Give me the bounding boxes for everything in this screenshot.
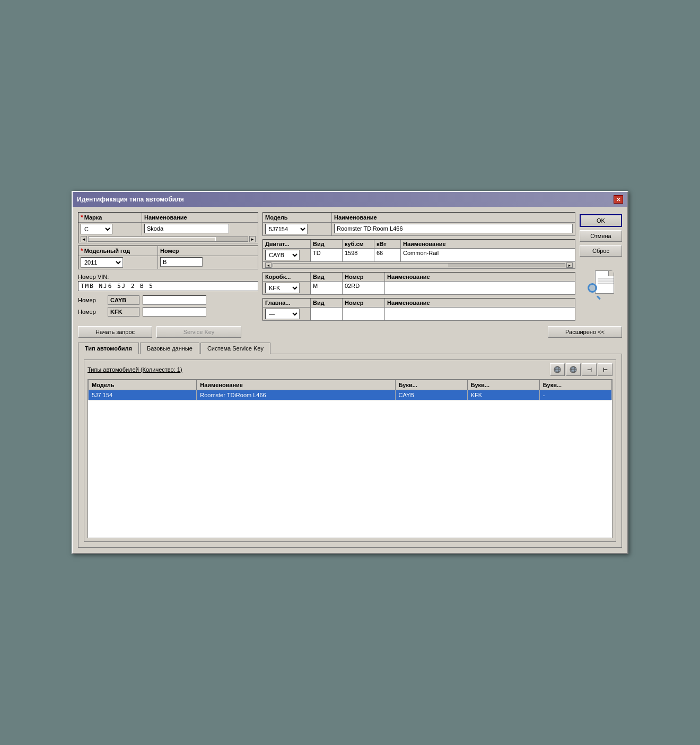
start-query-button[interactable]: Начать запрос: [78, 326, 152, 338]
nomer1-value-input[interactable]: [108, 295, 139, 305]
main-type: [311, 308, 343, 320]
list-icon-globe1[interactable]: [550, 363, 565, 376]
data-table: Модель Наименование Букв... Букв... Букв…: [88, 380, 612, 400]
bottom-section: Тип автомобиля Базовые данные Система Se…: [78, 342, 622, 548]
col-model-header: Модель: [89, 380, 197, 390]
main-grid: * Марка Наименование C: [78, 212, 622, 323]
engine-select[interactable]: CAYB: [265, 250, 300, 260]
magnifier-area: [580, 270, 622, 297]
center-model-header: Модель: [265, 214, 288, 221]
engine-row-col1: CAYB: [263, 249, 311, 261]
scroll-track-marka: [88, 236, 248, 242]
gearbox-col3-header: Номер: [343, 273, 385, 281]
star1-icon: *: [81, 214, 83, 221]
gearbox-select[interactable]: KFK: [265, 283, 300, 293]
right-buttons-panel: OK Отмена Сброс: [580, 212, 622, 323]
gearbox-type: M: [311, 282, 343, 294]
main-row-col1: —: [263, 308, 311, 320]
scroll-right-btn[interactable]: ►: [249, 236, 256, 242]
tab-service-key[interactable]: Система Service Key: [200, 343, 270, 354]
model-select[interactable]: 5J7154: [265, 224, 308, 234]
scroll-thumb-marka: [89, 237, 216, 241]
data-list-area: Модель Наименование Букв... Букв... Букв…: [88, 379, 612, 538]
center-naim-input[interactable]: [334, 224, 573, 233]
list-icon-globe2[interactable]: [566, 363, 581, 376]
col4-header: Букв...: [467, 380, 539, 390]
reset-button[interactable]: Сброс: [580, 245, 622, 257]
nomer2-extra-input[interactable]: [143, 307, 206, 317]
tab-car-type[interactable]: Тип автомобиля: [78, 343, 139, 354]
close-button[interactable]: ✕: [614, 195, 623, 204]
service-key-button[interactable]: Service Key: [156, 326, 241, 338]
row-col3: CAYB: [395, 390, 467, 400]
engine-scroll-track: [273, 263, 565, 267]
cancel-button[interactable]: Отмена: [580, 230, 622, 242]
engine-scroll-thumb: [273, 264, 448, 267]
engine-scroll-right[interactable]: ►: [566, 262, 573, 268]
marka-select[interactable]: C: [81, 224, 112, 234]
engine-col1-header: Двигат...: [263, 240, 311, 248]
center-panel: Модель Наименование 5J7154: [262, 212, 575, 323]
nomer2-value-input[interactable]: [108, 307, 139, 317]
action-row: Начать запрос Service Key Расширено <<: [78, 326, 622, 338]
main-select[interactable]: —: [265, 309, 300, 319]
nomer2-row: Номер: [78, 307, 258, 317]
engine-cc: 1598: [343, 249, 374, 261]
main-name: [385, 308, 575, 320]
ok-button[interactable]: OK: [580, 214, 622, 227]
row-col4: KFK: [467, 390, 539, 400]
list-icons: ⊣ ⊢: [550, 363, 612, 376]
main-window: Идентификация типа автомобиля ✕ * Марка …: [72, 191, 628, 554]
nomer2-label: Номер: [78, 309, 104, 315]
nomer1-row: Номер: [78, 295, 258, 305]
list-icon-arrow-first[interactable]: ⊣: [582, 363, 597, 376]
year-select[interactable]: 2011: [81, 257, 123, 268]
gearbox-col4-header: Наименование: [385, 273, 575, 281]
tabs-container: Тип автомобиля Базовые данные Система Se…: [78, 342, 622, 354]
engine-col5-header: Наименование: [401, 240, 575, 248]
gearbox-row-col1: KFK: [263, 282, 311, 294]
vin-input[interactable]: [78, 281, 258, 291]
naim-input[interactable]: [144, 224, 229, 233]
engine-kw: 66: [374, 249, 401, 261]
list-panel: Типы автомобилей (Количество: 1): [84, 360, 616, 542]
col5-header: Букв...: [539, 380, 611, 390]
main-col1-header: Главна...: [263, 299, 311, 307]
engine-name: Common-Rail: [401, 249, 575, 261]
magnifier-icon: [588, 270, 614, 297]
nomer1-label: Номер: [78, 297, 104, 303]
engine-col2-header: Вид: [311, 240, 343, 248]
gearbox-name: [385, 282, 575, 294]
scroll-left-btn[interactable]: ◄: [81, 236, 87, 242]
col3-header: Букв...: [395, 380, 467, 390]
main-col4-header: Наименование: [385, 299, 575, 307]
window-title: Идентификация типа автомобиля: [77, 196, 184, 203]
gearbox-col2-header: Вид: [311, 273, 343, 281]
list-icon-arrow-last[interactable]: ⊢: [598, 363, 612, 376]
gearbox-number: 02RD: [343, 282, 385, 294]
left-panel: * Марка Наименование C: [78, 212, 258, 323]
table-row[interactable]: 5J7 154 Roomster TDiRoom L466 CAYB KFK -: [89, 390, 612, 400]
main-number: [343, 308, 385, 320]
naim-header: Наименование: [144, 214, 187, 221]
globe1-svg: [553, 365, 562, 374]
nomer1-extra-input[interactable]: [143, 295, 206, 305]
marka-header: Марка: [84, 214, 102, 221]
number-header: Номер: [160, 248, 179, 254]
number-input[interactable]: [160, 257, 203, 267]
globe2-svg: [569, 365, 578, 374]
main-col2-header: Вид: [311, 299, 343, 307]
vin-label: Номер VIN:: [78, 274, 258, 280]
engine-scroll-left[interactable]: ◄: [265, 262, 272, 268]
engine-type: TD: [311, 249, 343, 261]
engine-col3-header: куб.см: [343, 240, 374, 248]
tab-content-area: Типы автомобилей (Количество: 1): [78, 354, 622, 548]
main-content: * Марка Наименование C: [73, 207, 627, 553]
center-naim-header: Наименование: [334, 214, 377, 221]
engine-col4-header: кВт: [374, 240, 401, 248]
extended-button[interactable]: Расширено <<: [548, 326, 622, 338]
gearbox-col1-header: Коробк...: [263, 273, 311, 281]
list-panel-title: Типы автомобилей (Количество: 1): [88, 366, 182, 373]
list-header-row: Типы автомобилей (Количество: 1): [88, 363, 612, 376]
tab-base-data[interactable]: Базовые данные: [140, 343, 199, 354]
